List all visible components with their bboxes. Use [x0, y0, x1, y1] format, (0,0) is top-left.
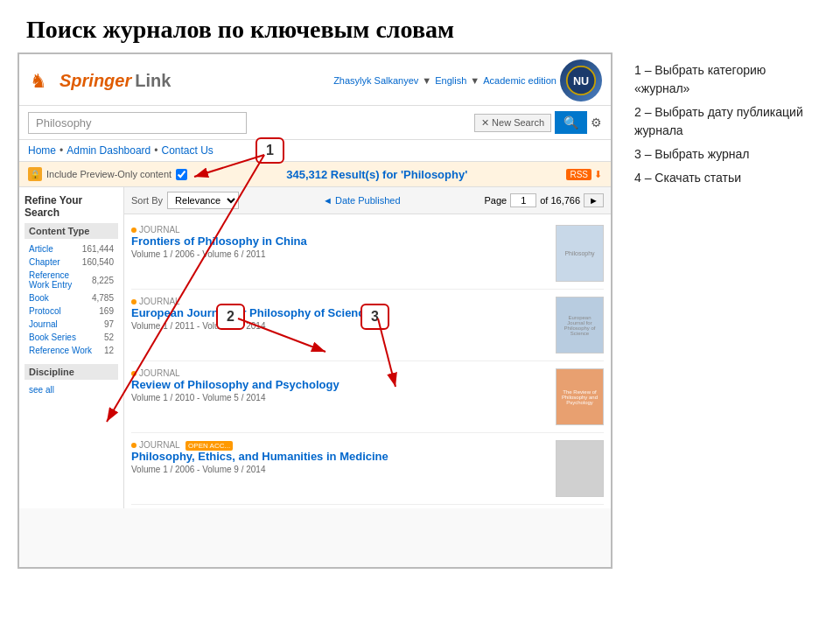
- nav-sep-2: •: [154, 144, 158, 157]
- result-main-3: Journal Review of Philosophy and Psychol…: [131, 368, 549, 402]
- results-count: 345,312 Result(s) for 'Philosophy': [286, 168, 467, 181]
- search-input[interactable]: [28, 112, 247, 134]
- nav-home[interactable]: Home: [28, 144, 56, 157]
- result-main-1: Journal Frontiers of Philosophy in China…: [131, 225, 549, 259]
- content-type-label: Content Type: [24, 223, 118, 239]
- results-header: 🔒 Include Preview-Only content 345,312 R…: [19, 162, 611, 187]
- result-thumb-2: European Journal for Philosophy of Scien…: [556, 297, 604, 354]
- result-meta-2: Volume 1 / 2011 - Volume 4 / 2014: [131, 321, 549, 331]
- journal-marker-4: [131, 443, 136, 448]
- results-panel: Sort By Relevance Date Title ◄ Date Publ…: [124, 187, 611, 508]
- journal-marker-2: [131, 299, 136, 304]
- discipline-filter: Discipline see all: [24, 364, 118, 396]
- new-search-button[interactable]: ✕ New Search: [474, 114, 551, 132]
- settings-icon[interactable]: ⚙: [591, 116, 602, 130]
- result-title-2[interactable]: European Journal for Philosophy of Scien…: [131, 306, 549, 321]
- result-meta-4: Volume 1 / 2006 - Volume 9 / 2014: [131, 465, 549, 474]
- page-label: Page: [485, 195, 508, 206]
- result-meta-1: Volume 1 / 2006 - Volume 6 / 2011: [131, 249, 549, 259]
- filter-book-series[interactable]: Book Series 52: [24, 331, 118, 344]
- result-main-4: Journal Open Acc... Philosophy, Ethics, …: [131, 440, 549, 474]
- sort-bar: Sort By Relevance Date Title ◄ Date Publ…: [124, 187, 611, 214]
- result-thumb-3: The Review of Philosophy and Psychology: [556, 368, 604, 425]
- springer-text: Springer: [60, 71, 131, 91]
- result-title-1[interactable]: Frontiers of Philosophy in China: [131, 234, 549, 249]
- svg-text:NU: NU: [573, 75, 589, 88]
- instruction-4: 4 – Скачать статьи: [634, 169, 809, 187]
- filter-reference-work[interactable]: Reference Work 12: [24, 344, 118, 357]
- result-thumb-1: Philosophy: [556, 225, 604, 282]
- date-published-button[interactable]: ◄ Date Published: [323, 195, 401, 206]
- edition: Academic edition: [483, 75, 556, 86]
- result-title-3[interactable]: Review of Philosophy and Psychology: [131, 378, 549, 393]
- nav-admin[interactable]: Admin Dashboard: [66, 144, 150, 157]
- content-area: Refine Your Search Content Type Article …: [19, 187, 611, 508]
- journal-marker-1: [131, 228, 136, 233]
- search-submit-button[interactable]: 🔍: [555, 111, 587, 134]
- callout-1: 1: [256, 137, 284, 164]
- journal-marker-3: [131, 371, 136, 376]
- result-item-4: Journal Open Acc... Philosophy, Ethics, …: [131, 433, 604, 505]
- discipline-label: Discipline: [24, 364, 118, 380]
- result-item-1: Journal Frontiers of Philosophy in China…: [131, 218, 604, 290]
- filter-protocol[interactable]: Protocol 169: [24, 304, 118, 318]
- x-icon: ✕: [481, 117, 489, 129]
- left-sidebar: Refine Your Search Content Type Article …: [19, 187, 124, 508]
- filter-article[interactable]: Article 161,444: [24, 242, 118, 256]
- instruction-3: 3 – Выбрать журнал: [634, 145, 809, 164]
- nav-contact[interactable]: Contact Us: [161, 144, 213, 157]
- triangle-icon: ◄: [323, 195, 332, 206]
- link-text: Link: [135, 71, 171, 91]
- svg-text:♞: ♞: [30, 70, 47, 92]
- result-type-3: Journal: [131, 368, 549, 378]
- filter-book[interactable]: Book 4,785: [24, 291, 118, 304]
- include-preview-label: Include Preview-Only content: [46, 169, 172, 179]
- search-buttons: ✕ New Search 🔍 ⚙: [474, 111, 602, 134]
- rss-icon: RSS: [566, 169, 592, 180]
- callout-1-label: 1: [266, 143, 274, 158]
- see-all-discipline[interactable]: see all: [24, 383, 118, 396]
- language: English: [435, 75, 466, 86]
- next-page-button[interactable]: ►: [584, 193, 604, 207]
- result-title-4[interactable]: Philosophy, Ethics, and Humanities in Me…: [131, 450, 549, 465]
- callout-3: 3: [360, 304, 389, 330]
- sort-by-label: Sort By: [131, 195, 163, 206]
- result-type-2: Journal: [131, 297, 549, 306]
- result-meta-3: Volume 1 / 2010 - Volume 5 / 2014: [131, 393, 549, 402]
- filter-journal[interactable]: Journal 97: [24, 318, 118, 331]
- screenshot-container: ♞ Springer Link Zhasylyk Salkanyev ▼ Eng…: [18, 52, 612, 569]
- callout-3-label: 3: [371, 309, 379, 324]
- springer-logo-icon: ♞: [28, 66, 56, 94]
- university-emblem: NU: [560, 60, 602, 102]
- sort-controls: Sort By Relevance Date Title: [131, 192, 239, 209]
- download-icon: ⬇: [594, 169, 602, 180]
- search-bar: ✕ New Search 🔍 ⚙: [19, 106, 611, 140]
- username: Zhasylyk Salkanyev: [333, 75, 418, 86]
- instruction-1: 1 – Выбрать категорию «журнал»: [634, 61, 809, 98]
- page-total: of 16,766: [540, 195, 580, 206]
- nav-sep-1: •: [60, 144, 63, 157]
- sort-select[interactable]: Relevance Date Title: [167, 192, 239, 209]
- rss-button[interactable]: RSS ⬇: [566, 169, 602, 180]
- callout-2-label: 2: [227, 309, 234, 324]
- include-preview-checkbox[interactable]: [176, 169, 187, 180]
- refine-title: Refine Your Search: [24, 194, 118, 219]
- result-main-2: Journal European Journal for Philosophy …: [131, 297, 549, 331]
- page-input[interactable]: [510, 193, 536, 207]
- pagination: Page of 16,766 ►: [485, 193, 604, 207]
- content-type-filter: Content Type Article 161,444 Chapter 160…: [24, 223, 118, 357]
- result-type-4: Journal Open Acc...: [131, 440, 549, 450]
- breadcrumb-nav: Home • Admin Dashboard • Contact Us: [19, 140, 611, 162]
- filter-reference-work-entry[interactable]: Reference Work Entry 8,225: [24, 269, 118, 291]
- springer-header: ♞ Springer Link Zhasylyk Salkanyev ▼ Eng…: [19, 54, 611, 106]
- result-type-1: Journal: [131, 225, 549, 234]
- callout-2: 2: [216, 304, 245, 330]
- filter-chapter[interactable]: Chapter 160,540: [24, 256, 118, 269]
- instruction-2: 2 – Выбрать дату публикаций журнала: [634, 103, 809, 140]
- results-list: Journal Frontiers of Philosophy in China…: [124, 214, 611, 508]
- result-thumb-4: [556, 440, 604, 497]
- page-title: Поиск журналов по ключевым словам: [0, 0, 840, 52]
- header-user-info: Zhasylyk Salkanyev ▼ English ▼ Academic …: [333, 60, 602, 102]
- date-label: Date Published: [335, 195, 401, 206]
- springer-logo: ♞ Springer Link: [28, 66, 171, 94]
